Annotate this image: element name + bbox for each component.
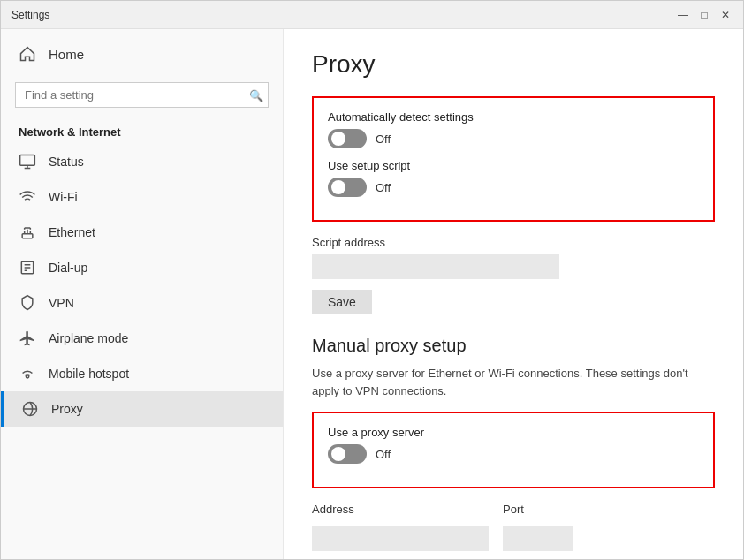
svg-rect-0 bbox=[20, 155, 35, 166]
sidebar-item-status[interactable]: Status bbox=[1, 144, 283, 179]
addr-port-row: Address Port bbox=[312, 503, 715, 551]
title-bar: Settings — □ ✕ bbox=[1, 1, 743, 29]
ethernet-icon bbox=[19, 223, 36, 241]
dialup-icon bbox=[19, 259, 36, 276]
script-address-input[interactable] bbox=[312, 254, 559, 279]
address-label: Address bbox=[312, 503, 489, 516]
auto-detect-value: Off bbox=[376, 132, 391, 146]
proxy-icon bbox=[21, 400, 39, 418]
sidebar-item-ethernet[interactable]: Ethernet bbox=[1, 215, 283, 250]
page-title: Proxy bbox=[312, 50, 715, 79]
use-proxy-setting: Use a proxy server Off bbox=[328, 426, 699, 464]
search-input[interactable] bbox=[15, 82, 269, 108]
setup-script-setting: Use setup script Off bbox=[328, 159, 699, 197]
proxy-label: Proxy bbox=[51, 402, 83, 416]
sidebar-item-home[interactable]: Home bbox=[1, 29, 283, 79]
setup-script-knob bbox=[331, 180, 345, 194]
use-proxy-knob bbox=[331, 447, 345, 461]
auto-proxy-section: Automatically detect settings Off Use se… bbox=[312, 96, 715, 222]
script-address-label: Script address bbox=[312, 236, 715, 249]
status-icon bbox=[19, 153, 36, 170]
auto-detect-label: Automatically detect settings bbox=[328, 110, 699, 124]
window-title: Settings bbox=[11, 9, 49, 21]
window-controls: — □ ✕ bbox=[676, 8, 733, 22]
hotspot-label: Mobile hotspot bbox=[49, 367, 129, 381]
minimize-button[interactable]: — bbox=[676, 8, 690, 22]
maximize-button[interactable]: □ bbox=[697, 8, 711, 22]
settings-window: Settings — □ ✕ Home 🔍 bbox=[0, 0, 744, 560]
address-field: Address bbox=[312, 503, 489, 551]
auto-detect-toggle[interactable] bbox=[328, 129, 367, 148]
address-input[interactable] bbox=[312, 526, 489, 551]
main-content: Proxy Automatically detect settings Off … bbox=[284, 29, 743, 559]
use-proxy-section: Use a proxy server Off bbox=[312, 412, 715, 488]
svg-rect-1 bbox=[22, 234, 33, 238]
port-input[interactable] bbox=[503, 526, 573, 551]
close-button[interactable]: ✕ bbox=[718, 8, 733, 22]
setup-script-value: Off bbox=[376, 181, 391, 194]
manual-section-title: Manual proxy setup bbox=[312, 336, 715, 356]
status-label: Status bbox=[49, 155, 84, 169]
use-proxy-toggle-row: Off bbox=[328, 444, 699, 464]
sidebar-item-wifi[interactable]: Wi-Fi bbox=[1, 179, 283, 215]
search-icon: 🔍 bbox=[249, 88, 263, 102]
home-icon bbox=[19, 45, 36, 63]
content-area: Home 🔍 Network & Internet Status bbox=[1, 29, 743, 559]
sidebar-item-airplane[interactable]: Airplane mode bbox=[1, 321, 283, 356]
auto-detect-knob bbox=[331, 132, 345, 146]
wifi-label: Wi-Fi bbox=[49, 190, 78, 204]
sidebar-item-hotspot[interactable]: Mobile hotspot bbox=[1, 356, 283, 391]
airplane-icon bbox=[19, 329, 36, 347]
vpn-icon bbox=[19, 294, 36, 312]
auto-detect-setting: Automatically detect settings Off bbox=[328, 110, 699, 148]
save-button[interactable]: Save bbox=[312, 290, 372, 314]
sidebar-item-proxy[interactable]: Proxy bbox=[1, 391, 283, 427]
manual-description: Use a proxy server for Ethernet or Wi-Fi… bbox=[312, 365, 701, 399]
sidebar-section-label: Network & Internet bbox=[1, 118, 283, 144]
dialup-label: Dial-up bbox=[49, 261, 87, 275]
auto-detect-toggle-row: Off bbox=[328, 129, 699, 148]
airplane-label: Airplane mode bbox=[49, 331, 128, 345]
use-proxy-toggle[interactable] bbox=[328, 444, 367, 464]
search-box: 🔍 bbox=[15, 82, 269, 108]
hotspot-icon bbox=[19, 365, 36, 382]
setup-script-toggle[interactable] bbox=[328, 178, 367, 197]
home-label: Home bbox=[49, 47, 84, 62]
setup-script-toggle-row: Off bbox=[328, 178, 699, 197]
port-field: Port bbox=[503, 503, 573, 551]
ethernet-label: Ethernet bbox=[49, 225, 95, 239]
sidebar-item-vpn[interactable]: VPN bbox=[1, 285, 283, 321]
sidebar: Home 🔍 Network & Internet Status bbox=[1, 29, 284, 559]
sidebar-item-dialup[interactable]: Dial-up bbox=[1, 250, 283, 285]
setup-script-label: Use setup script bbox=[328, 159, 699, 172]
port-label: Port bbox=[503, 503, 573, 516]
use-proxy-value: Off bbox=[376, 448, 391, 461]
use-proxy-label: Use a proxy server bbox=[328, 426, 699, 439]
vpn-label: VPN bbox=[49, 296, 74, 310]
wifi-icon bbox=[19, 188, 36, 206]
